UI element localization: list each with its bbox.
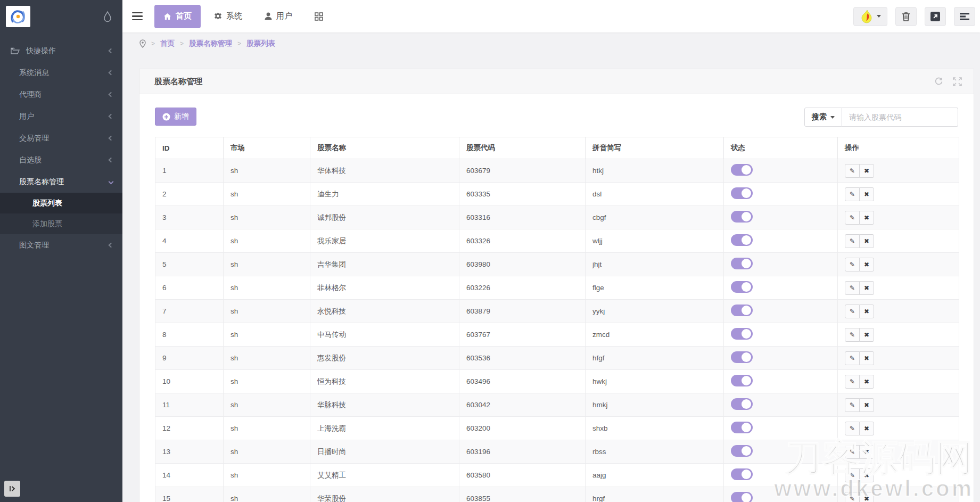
edit-button[interactable]: ✎ bbox=[845, 375, 860, 389]
water-drop-icon[interactable] bbox=[103, 11, 112, 22]
edit-button[interactable]: ✎ bbox=[845, 445, 860, 459]
status-toggle[interactable] bbox=[731, 398, 753, 410]
sidebar-item[interactable]: 图文管理 bbox=[0, 234, 122, 256]
search-button-label: 搜索 bbox=[812, 112, 827, 122]
edit-button[interactable]: ✎ bbox=[845, 281, 860, 295]
cell-pinyin: hmkj bbox=[586, 393, 724, 417]
delete-button[interactable]: ✖ bbox=[859, 468, 874, 482]
cell-pinyin: zmcd bbox=[586, 323, 724, 347]
breadcrumb-stock-list[interactable]: 股票列表 bbox=[246, 39, 275, 48]
breadcrumb-stock-name-mgmt[interactable]: 股票名称管理 bbox=[189, 39, 232, 48]
delete-button[interactable]: ✖ bbox=[859, 375, 874, 389]
status-toggle[interactable] bbox=[731, 234, 753, 246]
status-toggle[interactable] bbox=[731, 422, 753, 433]
table-row: 13 sh 日播时尚 603196 rbss ✎ ✖ bbox=[155, 440, 959, 464]
status-toggle[interactable] bbox=[731, 211, 753, 223]
delete-button[interactable]: ✖ bbox=[859, 187, 874, 201]
edit-button[interactable]: ✎ bbox=[845, 398, 860, 412]
toggle-knob bbox=[742, 470, 751, 479]
delete-button[interactable]: ✖ bbox=[859, 398, 874, 412]
delete-button[interactable]: ✖ bbox=[859, 328, 874, 342]
cell-id: 12 bbox=[155, 417, 224, 440]
nav-item-label: 用户 bbox=[276, 11, 292, 21]
delete-button[interactable]: ✖ bbox=[859, 211, 874, 225]
delete-button[interactable]: ✖ bbox=[859, 258, 874, 271]
chevron-down-icon bbox=[877, 15, 881, 18]
edit-button[interactable]: ✎ bbox=[845, 164, 860, 178]
external-link-button[interactable] bbox=[925, 7, 946, 26]
status-toggle[interactable] bbox=[731, 258, 753, 269]
status-toggle[interactable] bbox=[731, 492, 753, 502]
edit-button[interactable]: ✎ bbox=[845, 234, 860, 248]
cell-pinyin: hfgf bbox=[586, 347, 724, 370]
breadcrumb-separator: > bbox=[237, 40, 241, 47]
delete-button[interactable]: ✖ bbox=[859, 305, 874, 318]
cell-status bbox=[724, 487, 838, 502]
cell-actions: ✎ ✖ bbox=[838, 323, 959, 347]
edit-button[interactable]: ✎ bbox=[845, 305, 860, 318]
plus-circle-icon bbox=[162, 113, 170, 121]
edit-button[interactable]: ✎ bbox=[845, 187, 860, 201]
external-link-icon bbox=[930, 11, 941, 22]
cell-actions: ✎ ✖ bbox=[838, 183, 959, 206]
status-toggle[interactable] bbox=[731, 351, 753, 363]
status-toggle[interactable] bbox=[731, 445, 753, 457]
delete-button[interactable]: ✖ bbox=[859, 445, 874, 459]
fullscreen-icon[interactable] bbox=[953, 77, 962, 86]
delete-button[interactable]: ✖ bbox=[859, 492, 874, 502]
nav-item-home[interactable]: 首页 bbox=[154, 5, 201, 28]
status-toggle[interactable] bbox=[731, 328, 753, 340]
search-input[interactable] bbox=[842, 108, 958, 127]
sidebar-item[interactable]: 快捷操作 bbox=[0, 40, 122, 62]
user-avatar-dropdown[interactable] bbox=[853, 7, 887, 26]
cell-id: 10 bbox=[155, 370, 224, 393]
refresh-icon[interactable] bbox=[934, 77, 943, 86]
edit-button[interactable]: ✎ bbox=[845, 351, 860, 365]
nav-item-apps[interactable] bbox=[306, 5, 332, 28]
menu-toggle-icon[interactable] bbox=[132, 12, 143, 21]
delete-button[interactable]: ✖ bbox=[859, 351, 874, 365]
sidebar-subitem[interactable]: 添加股票 bbox=[0, 213, 122, 234]
breadcrumb-home[interactable]: 首页 bbox=[160, 39, 175, 48]
collapse-icon bbox=[8, 484, 17, 493]
edit-button[interactable]: ✎ bbox=[845, 492, 860, 502]
cell-market: sh bbox=[224, 229, 310, 253]
cell-market: sh bbox=[224, 393, 310, 417]
status-toggle[interactable] bbox=[731, 187, 753, 199]
sidebar-item[interactable]: 用户 bbox=[0, 105, 122, 127]
sidebar-collapse-button[interactable] bbox=[4, 481, 20, 497]
cell-pinyin: hwkj bbox=[586, 370, 724, 393]
status-toggle[interactable] bbox=[731, 281, 753, 293]
edit-button[interactable]: ✎ bbox=[845, 258, 860, 271]
nav-item-user[interactable]: 用户 bbox=[256, 5, 301, 28]
delete-button[interactable]: ✖ bbox=[859, 234, 874, 248]
search-dropdown-button[interactable]: 搜索 bbox=[804, 108, 842, 127]
status-toggle[interactable] bbox=[731, 164, 753, 176]
cell-actions: ✎ ✖ bbox=[838, 347, 959, 370]
sidebar-item[interactable]: 代理商 bbox=[0, 84, 122, 105]
status-toggle[interactable] bbox=[731, 305, 753, 316]
nav-item-system[interactable]: 系统 bbox=[205, 5, 251, 28]
cell-id: 3 bbox=[155, 206, 224, 229]
sidebar-item[interactable]: 系统消息 bbox=[0, 62, 122, 84]
app-logo[interactable] bbox=[6, 6, 30, 27]
sidebar-subitem[interactable]: 股票列表 bbox=[0, 193, 122, 213]
delete-button[interactable]: ✖ bbox=[859, 281, 874, 295]
edit-button[interactable]: ✎ bbox=[845, 328, 860, 342]
add-button[interactable]: 新增 bbox=[155, 108, 196, 126]
edit-button[interactable]: ✎ bbox=[845, 211, 860, 225]
delete-button[interactable]: ✖ bbox=[859, 164, 874, 178]
right-panel-button[interactable] bbox=[954, 7, 975, 26]
sidebar-item-label: 股票名称管理 bbox=[19, 177, 109, 187]
edit-button[interactable]: ✎ bbox=[845, 468, 860, 482]
edit-button[interactable]: ✎ bbox=[845, 422, 860, 435]
sidebar-item[interactable]: 股票名称管理 bbox=[0, 171, 122, 193]
status-toggle[interactable] bbox=[731, 375, 753, 386]
trash-icon bbox=[902, 12, 910, 21]
status-toggle[interactable] bbox=[731, 468, 753, 480]
sidebar-item[interactable]: 交易管理 bbox=[0, 127, 122, 149]
sidebar-item[interactable]: 自选股 bbox=[0, 149, 122, 171]
trash-button[interactable] bbox=[895, 7, 917, 26]
delete-button[interactable]: ✖ bbox=[859, 422, 874, 435]
cell-pinyin: aajg bbox=[586, 464, 724, 487]
